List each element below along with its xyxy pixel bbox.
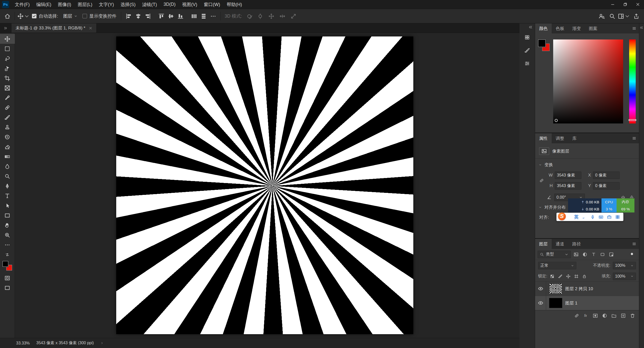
restore-button[interactable] [619, 0, 631, 9]
auto-select-target-dropdown[interactable]: 图层 [61, 12, 79, 20]
opacity-dropdown[interactable]: 100% [613, 262, 636, 269]
menubar-item[interactable]: 滤镜(T) [139, 0, 160, 9]
menubar-item[interactable]: 窗口(W) [200, 0, 223, 9]
menubar-item[interactable]: 3D(D) [160, 0, 179, 9]
filter-shape-layers-icon[interactable] [599, 251, 606, 258]
move-tool[interactable] [0, 34, 15, 44]
filter-adjustment-layers-icon[interactable] [581, 251, 588, 258]
hue-slider[interactable] [629, 39, 636, 123]
foreground-color-swatch[interactable] [3, 261, 8, 267]
type-tool[interactable] [0, 191, 15, 201]
account-search-button[interactable] [597, 11, 606, 21]
add-layer-mask-button[interactable] [591, 312, 599, 320]
workspace-switcher-button[interactable] [618, 11, 630, 21]
blur-tool[interactable] [0, 161, 15, 171]
menubar-item[interactable]: 视图(V) [179, 0, 200, 9]
collapsed-brush-panel-icon[interactable] [521, 45, 533, 56]
new-adjustment-layer-button[interactable] [600, 312, 609, 320]
align-horizontal-centers-button[interactable] [133, 11, 143, 21]
lock-position-icon[interactable] [565, 273, 571, 279]
auto-select-checkbox[interactable]: 自动选择: [32, 13, 58, 19]
layer-filter-type-dropdown[interactable]: 类型 [538, 251, 571, 258]
3d-scale-button[interactable] [289, 11, 298, 21]
swap-colors-button[interactable] [0, 250, 15, 259]
menubar-item[interactable]: 图像(I) [55, 0, 74, 9]
hand-tool[interactable] [0, 220, 15, 230]
y-input[interactable]: 0 像素 [593, 182, 620, 190]
ime-toolbar[interactable]: S 英 ,. [556, 213, 623, 221]
path-selection-tool[interactable] [0, 201, 15, 210]
menubar-item[interactable]: 图层(L) [74, 0, 96, 9]
crop-tool[interactable] [0, 73, 15, 83]
menubar-item[interactable]: 文字(Y) [96, 0, 117, 9]
align-top-edges-button[interactable] [156, 11, 166, 21]
ime-grid-button[interactable] [615, 214, 620, 220]
panel-tab[interactable]: 路径 [568, 239, 585, 249]
width-input[interactable]: 3543 像素 [555, 171, 581, 179]
filter-type-layers-icon[interactable] [590, 251, 597, 258]
pen-tool[interactable] [0, 181, 15, 191]
lasso-tool[interactable] [0, 54, 15, 63]
eraser-tool[interactable] [0, 142, 15, 152]
menubar-item[interactable]: 编辑(E) [33, 0, 55, 9]
search-button[interactable] [607, 11, 617, 21]
sogou-logo[interactable]: S [558, 212, 566, 220]
screen-mode-button[interactable] [0, 283, 15, 293]
tool-preset-button[interactable] [17, 11, 30, 21]
more-align-options-button[interactable] [208, 11, 218, 21]
panel-menu-button[interactable] [629, 133, 639, 143]
panel-tab[interactable]: 渐变 [568, 23, 585, 33]
panel-menu-button[interactable] [629, 239, 639, 249]
collapse-dock-icon[interactable] [639, 26, 643, 30]
history-brush-tool[interactable] [0, 132, 15, 142]
panel-tab[interactable]: 色板 [552, 23, 568, 33]
3d-slide-button[interactable] [277, 11, 287, 21]
panel-menu-button[interactable] [629, 23, 639, 33]
3d-roll-button[interactable] [255, 11, 265, 21]
canvas-pasteboard[interactable] [15, 33, 519, 338]
panel-color-swatches[interactable] [538, 39, 550, 51]
constrain-proportions-toggle[interactable] [537, 171, 546, 190]
align-bottom-edges-button[interactable] [176, 11, 185, 21]
frame-tool[interactable] [0, 83, 15, 93]
menubar-item[interactable]: 选择(S) [117, 0, 139, 9]
ime-toolbox-button[interactable] [607, 214, 612, 220]
document-canvas[interactable] [116, 36, 413, 334]
brush-tool[interactable] [0, 112, 15, 122]
foreground-color-swatch[interactable] [538, 39, 546, 47]
lock-artboard-icon[interactable] [573, 273, 579, 279]
blend-mode-dropdown[interactable]: 正常 [538, 262, 576, 269]
dodge-tool[interactable] [0, 171, 15, 181]
status-chevron-icon[interactable] [100, 341, 104, 345]
panel-tab[interactable]: 通道 [552, 239, 568, 249]
distribute-horizontally-button[interactable] [189, 11, 199, 21]
new-layer-button[interactable] [619, 312, 627, 320]
quick-mask-button[interactable] [0, 273, 15, 283]
minimize-button[interactable] [606, 0, 619, 9]
clone-stamp-tool[interactable] [0, 122, 15, 132]
zoom-tool[interactable] [0, 230, 15, 240]
align-right-edges-button[interactable] [143, 11, 152, 21]
layer-effects-button[interactable]: fx [582, 312, 590, 320]
3d-orbit-button[interactable] [244, 11, 254, 21]
ime-voice-button[interactable] [590, 214, 595, 220]
align-vertical-centers-button[interactable] [166, 11, 176, 21]
menubar-item[interactable]: 帮助(H) [223, 0, 245, 9]
toolbar-color-swatches[interactable] [3, 261, 12, 271]
panel-tab[interactable]: 调整 [552, 133, 568, 143]
color-picker-handle[interactable] [555, 119, 558, 122]
filter-smart-objects-icon[interactable] [608, 251, 615, 258]
lock-transparent-pixels-icon[interactable] [549, 273, 555, 279]
lock-image-pixels-icon[interactable] [557, 273, 563, 279]
rectangular-marquee-tool[interactable] [0, 44, 15, 54]
ime-language-button[interactable]: 英 [569, 214, 579, 220]
panel-tab[interactable]: 图层 [535, 239, 552, 249]
eyedropper-tool[interactable] [0, 93, 15, 103]
3d-pan-button[interactable] [266, 11, 276, 21]
align-left-edges-button[interactable] [124, 11, 133, 21]
panel-tab[interactable]: 颜色 [535, 23, 552, 33]
gradient-tool[interactable] [0, 152, 15, 161]
collapsed-history-panel-icon[interactable] [521, 32, 533, 42]
saturation-brightness-field[interactable] [553, 39, 623, 123]
ime-punctuation-button[interactable]: ,. [582, 214, 587, 220]
